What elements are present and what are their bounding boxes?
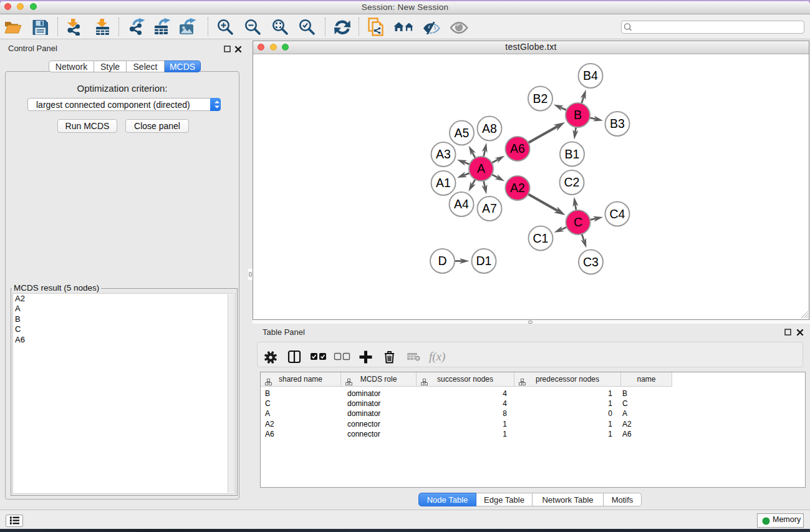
svg-text:B4: B4 [583, 69, 598, 82]
svg-text:B3: B3 [610, 117, 625, 130]
svg-text:A4: A4 [454, 197, 469, 211]
svg-text:C3: C3 [583, 255, 599, 269]
svg-text:A: A [477, 162, 485, 175]
svg-text:A5: A5 [455, 126, 470, 140]
svg-text:D1: D1 [476, 254, 492, 268]
svg-text:A6: A6 [510, 142, 525, 155]
svg-text:B2: B2 [533, 92, 548, 105]
svg-text:C: C [574, 215, 582, 229]
svg-text:A8: A8 [482, 122, 497, 135]
svg-text:D: D [438, 254, 446, 268]
svg-text:A7: A7 [482, 201, 497, 215]
svg-text:C4: C4 [610, 207, 625, 221]
svg-text:B: B [574, 108, 582, 122]
svg-text:B1: B1 [565, 147, 580, 161]
svg-text:f(x): f(x) [429, 350, 445, 364]
svg-text:A1: A1 [436, 176, 451, 190]
svg-text:A3: A3 [436, 147, 451, 161]
svg-text:C2: C2 [564, 175, 580, 189]
svg-text:C1: C1 [533, 231, 549, 245]
svg-text:A2: A2 [510, 181, 525, 195]
